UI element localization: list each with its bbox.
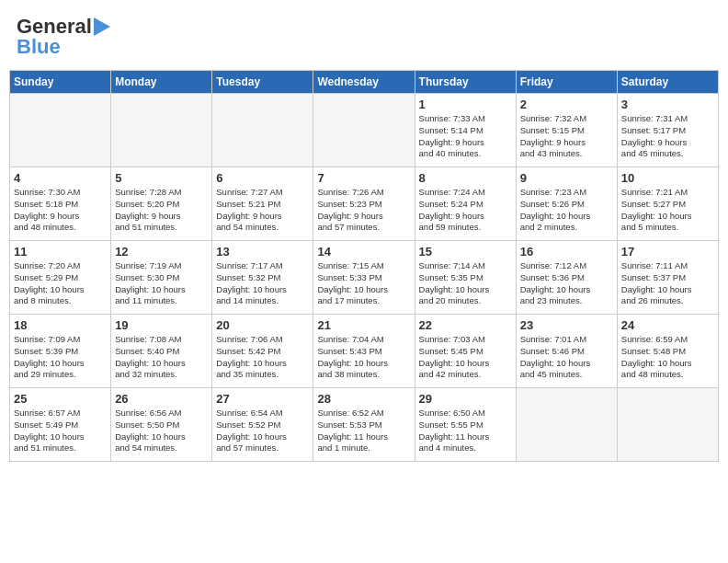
day-info: Sunrise: 6:54 AM Sunset: 5:52 PM Dayligh… [216, 408, 309, 454]
calendar-week-1: 1Sunrise: 7:33 AM Sunset: 5:14 PM Daylig… [10, 94, 719, 167]
calendar-cell: 25Sunrise: 6:57 AM Sunset: 5:49 PM Dayli… [10, 388, 111, 462]
calendar-cell [516, 388, 617, 462]
calendar-cell: 15Sunrise: 7:14 AM Sunset: 5:35 PM Dayli… [415, 241, 516, 315]
logo: General Blue [17, 15, 110, 59]
day-number: 28 [317, 392, 410, 406]
day-number: 13 [216, 245, 309, 259]
calendar-week-2: 4Sunrise: 7:30 AM Sunset: 5:18 PM Daylig… [10, 167, 719, 241]
day-info: Sunrise: 7:24 AM Sunset: 5:24 PM Dayligh… [419, 187, 512, 234]
day-number: 18 [14, 318, 107, 332]
day-info: Sunrise: 7:27 AM Sunset: 5:21 PM Dayligh… [216, 187, 309, 234]
day-info: Sunrise: 7:06 AM Sunset: 5:42 PM Dayligh… [216, 334, 309, 381]
calendar-cell [313, 94, 415, 167]
weekday-header-thursday: Thursday [415, 71, 516, 94]
day-info: Sunrise: 7:04 AM Sunset: 5:43 PM Dayligh… [317, 334, 410, 381]
calendar-cell: 20Sunrise: 7:06 AM Sunset: 5:42 PM Dayli… [212, 315, 313, 388]
day-info: Sunrise: 7:14 AM Sunset: 5:35 PM Dayligh… [419, 260, 512, 307]
day-info: Sunrise: 6:59 AM Sunset: 5:48 PM Dayligh… [621, 334, 714, 381]
day-info: Sunrise: 7:19 AM Sunset: 5:30 PM Dayligh… [115, 260, 208, 307]
day-info: Sunrise: 6:56 AM Sunset: 5:50 PM Dayligh… [115, 408, 208, 454]
day-info: Sunrise: 7:20 AM Sunset: 5:29 PM Dayligh… [14, 260, 107, 307]
day-number: 3 [621, 98, 714, 111]
calendar-cell [111, 94, 212, 167]
day-number: 24 [621, 318, 714, 332]
calendar-cell: 17Sunrise: 7:11 AM Sunset: 5:37 PM Dayli… [617, 241, 718, 315]
day-number: 19 [115, 318, 208, 332]
weekday-header-wednesday: Wednesday [313, 71, 415, 94]
calendar-cell: 26Sunrise: 6:56 AM Sunset: 5:50 PM Dayli… [111, 388, 212, 462]
calendar-cell [212, 94, 313, 167]
calendar-cell: 13Sunrise: 7:17 AM Sunset: 5:32 PM Dayli… [212, 241, 313, 315]
weekday-header-monday: Monday [111, 71, 212, 94]
calendar-cell: 4Sunrise: 7:30 AM Sunset: 5:18 PM Daylig… [10, 167, 111, 241]
day-info: Sunrise: 7:09 AM Sunset: 5:39 PM Dayligh… [14, 334, 107, 381]
day-info: Sunrise: 6:52 AM Sunset: 5:53 PM Dayligh… [317, 408, 410, 454]
calendar-cell: 9Sunrise: 7:23 AM Sunset: 5:26 PM Daylig… [516, 167, 617, 241]
calendar-cell: 11Sunrise: 7:20 AM Sunset: 5:29 PM Dayli… [10, 241, 111, 315]
calendar-table: SundayMondayTuesdayWednesdayThursdayFrid… [9, 70, 719, 462]
day-number: 21 [317, 318, 410, 332]
day-number: 16 [520, 245, 613, 259]
calendar-cell [10, 94, 111, 167]
day-number: 1 [419, 98, 512, 111]
day-number: 11 [14, 245, 107, 259]
day-number: 10 [621, 171, 714, 185]
day-info: Sunrise: 7:26 AM Sunset: 5:23 PM Dayligh… [317, 187, 410, 234]
calendar-cell: 28Sunrise: 6:52 AM Sunset: 5:53 PM Dayli… [313, 388, 415, 462]
day-info: Sunrise: 7:30 AM Sunset: 5:18 PM Dayligh… [14, 187, 107, 234]
day-number: 12 [115, 245, 208, 259]
weekday-header-tuesday: Tuesday [212, 71, 313, 94]
day-info: Sunrise: 7:11 AM Sunset: 5:37 PM Dayligh… [621, 260, 714, 307]
calendar-cell: 7Sunrise: 7:26 AM Sunset: 5:23 PM Daylig… [313, 167, 415, 241]
calendar-cell: 22Sunrise: 7:03 AM Sunset: 5:45 PM Dayli… [415, 315, 516, 388]
weekday-header-saturday: Saturday [617, 71, 718, 94]
calendar-cell: 16Sunrise: 7:12 AM Sunset: 5:36 PM Dayli… [516, 241, 617, 315]
calendar-cell: 23Sunrise: 7:01 AM Sunset: 5:46 PM Dayli… [516, 315, 617, 388]
weekday-header-friday: Friday [516, 71, 617, 94]
day-number: 26 [115, 392, 208, 406]
calendar-cell: 14Sunrise: 7:15 AM Sunset: 5:33 PM Dayli… [313, 241, 415, 315]
day-number: 4 [14, 171, 107, 185]
calendar-cell: 21Sunrise: 7:04 AM Sunset: 5:43 PM Dayli… [313, 315, 415, 388]
day-number: 2 [520, 98, 613, 111]
calendar-cell [617, 388, 718, 462]
day-number: 14 [317, 245, 410, 259]
calendar-cell: 2Sunrise: 7:32 AM Sunset: 5:15 PM Daylig… [516, 94, 617, 167]
calendar-week-3: 11Sunrise: 7:20 AM Sunset: 5:29 PM Dayli… [10, 241, 719, 315]
day-number: 22 [419, 318, 512, 332]
day-info: Sunrise: 7:21 AM Sunset: 5:27 PM Dayligh… [621, 187, 714, 234]
day-number: 20 [216, 318, 309, 332]
day-info: Sunrise: 7:03 AM Sunset: 5:45 PM Dayligh… [419, 334, 512, 381]
day-info: Sunrise: 7:01 AM Sunset: 5:46 PM Dayligh… [520, 334, 613, 381]
day-info: Sunrise: 6:57 AM Sunset: 5:49 PM Dayligh… [14, 408, 107, 454]
logo-arrow-icon [94, 17, 110, 36]
calendar-cell: 6Sunrise: 7:27 AM Sunset: 5:21 PM Daylig… [212, 167, 313, 241]
calendar-cell: 10Sunrise: 7:21 AM Sunset: 5:27 PM Dayli… [617, 167, 718, 241]
calendar-cell: 19Sunrise: 7:08 AM Sunset: 5:40 PM Dayli… [111, 315, 212, 388]
day-info: Sunrise: 7:23 AM Sunset: 5:26 PM Dayligh… [520, 187, 613, 234]
day-number: 9 [520, 171, 613, 185]
calendar-cell: 5Sunrise: 7:28 AM Sunset: 5:20 PM Daylig… [111, 167, 212, 241]
logo-text-blue: Blue [17, 35, 61, 59]
day-number: 17 [621, 245, 714, 259]
day-number: 29 [419, 392, 512, 406]
day-number: 25 [14, 392, 107, 406]
weekday-header-sunday: Sunday [10, 71, 111, 94]
calendar-cell: 18Sunrise: 7:09 AM Sunset: 5:39 PM Dayli… [10, 315, 111, 388]
page-header: General Blue [9, 9, 719, 64]
day-info: Sunrise: 6:50 AM Sunset: 5:55 PM Dayligh… [419, 408, 512, 454]
calendar-cell: 27Sunrise: 6:54 AM Sunset: 5:52 PM Dayli… [212, 388, 313, 462]
day-info: Sunrise: 7:32 AM Sunset: 5:15 PM Dayligh… [520, 113, 613, 160]
day-number: 27 [216, 392, 309, 406]
calendar-cell: 1Sunrise: 7:33 AM Sunset: 5:14 PM Daylig… [415, 94, 516, 167]
day-info: Sunrise: 7:31 AM Sunset: 5:17 PM Dayligh… [621, 113, 714, 160]
day-info: Sunrise: 7:12 AM Sunset: 5:36 PM Dayligh… [520, 260, 613, 307]
day-number: 23 [520, 318, 613, 332]
day-number: 6 [216, 171, 309, 185]
calendar-cell: 24Sunrise: 6:59 AM Sunset: 5:48 PM Dayli… [617, 315, 718, 388]
calendar-week-4: 18Sunrise: 7:09 AM Sunset: 5:39 PM Dayli… [10, 315, 719, 388]
calendar-cell: 3Sunrise: 7:31 AM Sunset: 5:17 PM Daylig… [617, 94, 718, 167]
day-number: 15 [419, 245, 512, 259]
day-info: Sunrise: 7:33 AM Sunset: 5:14 PM Dayligh… [419, 113, 512, 160]
calendar-cell: 8Sunrise: 7:24 AM Sunset: 5:24 PM Daylig… [415, 167, 516, 241]
